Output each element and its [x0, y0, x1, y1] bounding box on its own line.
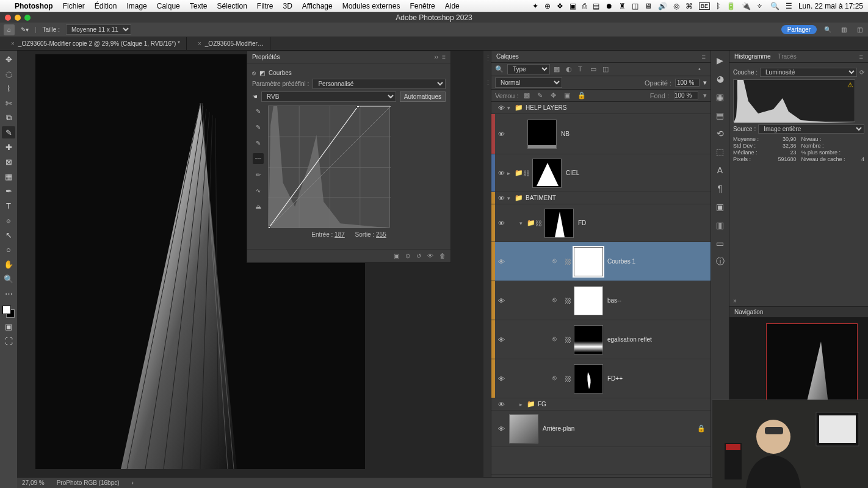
panel-menu-icon[interactable]: ≡ — [859, 53, 863, 60]
document-tab[interactable]: × _OZ93605-Modifier… — [187, 37, 270, 51]
lasso-tool[interactable]: ⌇ — [2, 82, 15, 95]
wifi-icon[interactable]: ᯤ — [757, 2, 764, 10]
menu-window[interactable]: Fenêtre — [410, 2, 435, 10]
search-icon[interactable]: 🔍 — [770, 2, 779, 10]
fold-icon[interactable]: ▸ — [507, 170, 515, 176]
paragraph-icon[interactable]: ¶ — [714, 182, 726, 195]
cache-warning-icon[interactable]: ⚠ — [847, 81, 853, 89]
layer-filter-kind[interactable]: Type — [507, 64, 550, 74]
play-action-icon[interactable]: ▶ — [714, 54, 726, 66]
status-icon[interactable]: ✦ — [532, 2, 538, 10]
fold-icon[interactable]: ▸ — [519, 401, 527, 407]
control-center-icon[interactable]: ☰ — [786, 2, 792, 10]
filter-toggle[interactable]: • — [698, 65, 707, 74]
layer-row[interactable]: 👁 ⎋ ⛓ bas-- — [491, 281, 711, 320]
menu-image[interactable]: Image — [126, 2, 146, 10]
input-value[interactable]: 187 — [335, 231, 345, 238]
histogram-clip-icon[interactable]: ⛰ — [253, 201, 264, 212]
share-button[interactable]: Partager — [781, 25, 817, 34]
color-swatch[interactable] — [2, 306, 15, 318]
zoom-window-button[interactable] — [24, 15, 31, 21]
screen-mode-toggle[interactable]: ⛶ — [2, 335, 15, 347]
dropdown-icon[interactable]: ▾ — [703, 79, 707, 87]
mask-thumbnail[interactable] — [574, 325, 603, 354]
channel-select[interactable]: Luminosité — [760, 68, 857, 77]
quick-mask-toggle[interactable]: ▣ — [2, 320, 15, 332]
menu-layer[interactable]: Calque — [157, 2, 180, 10]
panel-menu-icon[interactable]: ≡ — [702, 53, 706, 60]
menu-edit[interactable]: Édition — [95, 2, 117, 10]
styles-icon[interactable]: ⬚ — [714, 146, 726, 158]
quick-select-tool[interactable]: ✄ — [2, 97, 15, 109]
visibility-toggle[interactable]: 👁 — [495, 375, 507, 382]
delete-adjustment-icon[interactable]: 🗑 — [439, 253, 446, 259]
layers-icon[interactable]: ▣ — [714, 201, 726, 213]
workspace-switcher-icon[interactable]: ◫ — [855, 25, 864, 35]
paths-icon[interactable]: ▭ — [714, 237, 726, 249]
visibility-toggle[interactable]: 👁 — [495, 131, 507, 138]
filter-smart-icon[interactable]: ◫ — [602, 65, 611, 74]
opacity-input[interactable] — [675, 79, 700, 87]
adjustments-icon[interactable]: ⟲ — [714, 127, 726, 140]
panel-menu-icon[interactable]: ≡ — [442, 54, 446, 60]
close-window-button[interactable] — [5, 15, 11, 21]
visibility-toggle[interactable]: 👁 — [495, 258, 507, 265]
channel-select[interactable]: RVB — [261, 92, 396, 102]
dropdown-icon[interactable]: ▾ — [703, 92, 707, 99]
mask-thumbnail[interactable] — [574, 286, 603, 315]
link-icon[interactable]: ⛓ — [565, 258, 572, 265]
layer-row[interactable]: 👁 ▸ 📁 ⛓ CIEL — [491, 154, 711, 192]
layer-row[interactable]: 👁 ▾ 📁 ⛓ FD — [491, 204, 711, 242]
color-icon[interactable]: ◕ — [714, 73, 726, 85]
status-icon[interactable]: ❖ — [557, 2, 563, 10]
document-tab[interactable]: × _OZ93605-Modifier copie 2 @ 29,9% (Cal… — [0, 37, 187, 51]
libraries-icon[interactable]: ▤ — [714, 109, 726, 121]
sample-size-select[interactable]: Moyenne 11 x 11 — [66, 24, 131, 35]
mask-thumbnail[interactable] — [544, 209, 574, 238]
menu-3d[interactable]: 3D — [283, 2, 292, 10]
character-icon[interactable]: A — [714, 164, 726, 176]
minimize-window-button[interactable] — [15, 15, 21, 21]
lock-position-icon[interactable]: ✥ — [551, 92, 559, 99]
layer-group-header[interactable]: 👁 ▾ 📁 HELP LAYERS — [491, 102, 711, 114]
smooth-icon[interactable]: ∿ — [253, 185, 264, 196]
search-icon[interactable]: 🔍 — [823, 25, 833, 35]
gradient-tool[interactable]: ▦ — [2, 170, 15, 182]
filter-type-icon[interactable]: T — [578, 65, 587, 74]
lang-icon[interactable]: BE — [699, 2, 710, 10]
reset-icon[interactable]: ↺ — [416, 253, 421, 259]
status-icon[interactable]: ⏺ — [606, 2, 613, 10]
curve-edit-icon[interactable]: 〰 — [253, 153, 264, 164]
eyedropper-tool-icon[interactable]: ✎▾ — [21, 26, 29, 33]
clock[interactable]: Lun. 22 mai à 17:25 — [798, 2, 863, 10]
status-icon[interactable]: ◫ — [632, 2, 638, 10]
panel-grip[interactable]: ⋮ ⋮ — [483, 51, 491, 488]
visibility-toggle[interactable]: 👁 — [495, 195, 507, 202]
pen-tool[interactable]: ✒ — [2, 185, 15, 197]
path-select-tool[interactable]: ↖ — [2, 229, 15, 241]
home-button[interactable]: ⌂ — [4, 24, 15, 35]
close-tab-icon[interactable]: × — [11, 40, 15, 47]
close-icon[interactable]: × — [733, 298, 737, 304]
link-icon[interactable]: ⛓ — [565, 297, 572, 304]
bluetooth-icon[interactable]: ᛒ — [716, 2, 720, 10]
view-previous-icon[interactable]: ⊙ — [405, 253, 410, 259]
marquee-tool[interactable]: ◌ — [2, 68, 15, 80]
lock-all-icon[interactable]: 🔒 — [577, 92, 586, 99]
layer-thumbnail[interactable] — [509, 414, 538, 443]
status-icon[interactable]: ◎ — [673, 2, 679, 10]
visibility-toggle[interactable]: 👁 — [495, 425, 507, 432]
filter-adjust-icon[interactable]: ◐ — [566, 65, 574, 74]
status-icon[interactable]: ⊕ — [544, 2, 551, 10]
targeted-adjust-icon[interactable]: ☚ — [252, 93, 258, 100]
zoom-level[interactable]: 27,09 % — [22, 479, 45, 486]
frame-tool[interactable]: ⊠ — [2, 156, 15, 168]
more-tools[interactable]: ⋯ — [2, 287, 15, 300]
clip-to-layer-icon[interactable]: ▣ — [394, 253, 399, 259]
hand-tool[interactable]: ✋ — [2, 258, 15, 270]
volume-icon[interactable]: 🔊 — [658, 2, 667, 10]
fold-icon[interactable]: ▾ — [507, 105, 515, 111]
mask-thumbnail[interactable] — [532, 159, 562, 188]
menu-help[interactable]: Aide — [445, 2, 460, 10]
status-icon[interactable]: ♜ — [619, 2, 626, 10]
